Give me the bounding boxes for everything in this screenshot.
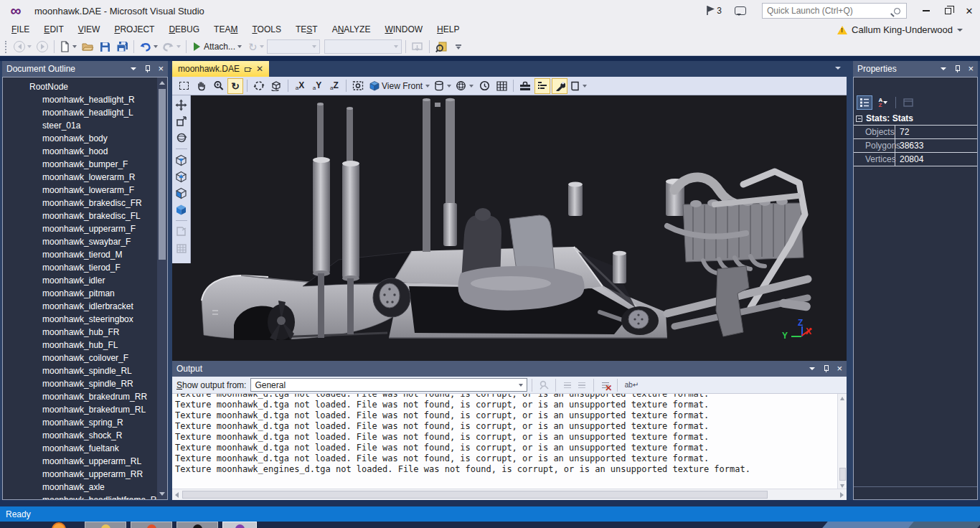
menu-view[interactable]: VIEW (71, 22, 108, 38)
attach-button[interactable]: Attach... (190, 39, 245, 55)
outline-item[interactable]: moonhawk_body (3, 132, 167, 145)
outline-item[interactable]: moonhawk_upperarm_RL (3, 455, 167, 468)
tab-pin-icon[interactable] (244, 65, 252, 73)
undo-button[interactable] (138, 39, 159, 55)
material-view-button[interactable] (569, 78, 588, 94)
outline-item[interactable]: moonhawk_spindle_RL (3, 364, 167, 377)
outline-item[interactable]: moonhawk_fueltank (3, 442, 167, 455)
history-button[interactable] (476, 78, 492, 94)
scrollbar-thumb[interactable] (182, 491, 768, 499)
axis-z-button[interactable]: aZ (326, 78, 342, 94)
pan-tool-button[interactable] (193, 78, 209, 94)
rotate-view-button[interactable] (251, 78, 267, 94)
taskbar-firefox-icon[interactable] (52, 522, 66, 528)
property-pages-button[interactable] (900, 95, 916, 110)
outline-item[interactable]: moonhawk_idler (3, 274, 167, 287)
menu-debug[interactable]: DEBUG (161, 22, 207, 38)
translate-tool-button[interactable] (174, 98, 189, 112)
taskbar-active-app-button[interactable] (222, 522, 257, 528)
taskbar-app-button[interactable] (131, 522, 172, 528)
scrollbar-thumb[interactable] (839, 468, 846, 481)
outline-item[interactable]: moonhawk_tierod_F (3, 261, 167, 274)
properties-toggle-button[interactable] (552, 78, 567, 94)
taskbar-app-button[interactable] (176, 522, 218, 528)
document-outline-toggle-button[interactable] (534, 78, 550, 94)
toolbar-grip[interactable] (5, 41, 9, 53)
pin-icon[interactable] (953, 65, 961, 73)
outline-root-node[interactable]: RootNode (3, 80, 167, 93)
select-tool-button[interactable] (176, 78, 192, 94)
goto-message-button[interactable] (537, 379, 551, 392)
toolbox-button[interactable] (517, 78, 533, 94)
scroll-down-icon[interactable] (840, 484, 844, 488)
menu-project[interactable]: PROJECT (107, 22, 161, 38)
edit-disabled-button[interactable] (174, 225, 189, 239)
property-row[interactable]: Objects72 (854, 126, 977, 139)
save-all-button[interactable] (114, 39, 130, 55)
property-value[interactable]: 20804 (895, 153, 977, 166)
menu-window[interactable]: WINDOW (377, 22, 430, 38)
property-value[interactable]: 38633 (895, 139, 977, 152)
pivot-mode-2-button[interactable] (174, 169, 189, 184)
outline-item[interactable]: moonhawk_upperarm_RR (3, 468, 167, 481)
orbit-tool-button[interactable]: ↻ (227, 78, 243, 94)
view-orientation-button[interactable]: View Front (367, 78, 431, 94)
quick-launch-box[interactable] (762, 3, 907, 19)
scrollbar-thumb[interactable] (159, 89, 166, 260)
close-button[interactable]: ✕ (958, 1, 980, 20)
axis-y-button[interactable]: aY (309, 78, 325, 94)
window-position-icon[interactable] (809, 367, 815, 370)
outline-item[interactable]: moonhawk_brakedrum_RR (3, 390, 167, 403)
deploy-button[interactable] (410, 39, 425, 55)
axis-x-button[interactable]: aX (292, 78, 308, 94)
navigate-back-button[interactable] (12, 39, 33, 55)
outline-item[interactable]: moonhawk_spindle_RR (3, 377, 167, 390)
grid-disabled-button[interactable] (174, 241, 189, 255)
property-row[interactable]: Vertices20804 (854, 153, 977, 166)
solid-mode-button[interactable] (433, 78, 453, 94)
outline-item[interactable]: moonhawk_steeringbox (3, 313, 167, 326)
outline-item[interactable]: moonhawk_bumper_F (3, 158, 167, 171)
close-icon[interactable]: × (837, 364, 842, 373)
pivot-mode-button[interactable] (174, 153, 189, 167)
property-row[interactable]: Polygons38633 (854, 139, 977, 153)
output-vscrollbar[interactable] (837, 394, 847, 491)
menu-tools[interactable]: TOOLS (245, 22, 288, 38)
outline-item[interactable]: moonhawk_hub_FL (3, 339, 167, 352)
world-local-button[interactable] (268, 78, 284, 94)
scale-tool-button[interactable] (174, 114, 189, 128)
outline-item[interactable]: moonhawk_pitman (3, 287, 167, 300)
scroll-up-icon[interactable] (159, 81, 165, 85)
scroll-right-icon[interactable] (840, 492, 844, 498)
grid-toggle-button[interactable] (494, 78, 509, 94)
scroll-down-icon[interactable] (159, 492, 165, 496)
document-outline-titlebar[interactable]: Document Outline × (2, 61, 168, 77)
menu-edit[interactable]: EDIT (37, 22, 70, 38)
scroll-left-icon[interactable] (175, 492, 179, 498)
pin-icon[interactable] (143, 65, 151, 73)
outline-item[interactable]: moonhawk_spring_R (3, 416, 167, 429)
account-menu[interactable]: Callum King-Underwood (837, 22, 963, 38)
outline-item[interactable]: moonhawk_headlight_R (3, 93, 167, 106)
outline-item[interactable]: moonhawk_shock_R (3, 429, 167, 442)
close-icon[interactable]: × (158, 65, 164, 73)
outline-scrollbar[interactable] (157, 77, 167, 499)
zoom-extents-button[interactable] (350, 78, 366, 94)
zoom-tool-button[interactable] (210, 78, 226, 94)
restore-button[interactable] (937, 1, 958, 20)
outline-item[interactable]: moonhawk_headlight_L (3, 106, 167, 119)
platform-combobox[interactable] (324, 39, 402, 54)
clear-all-button[interactable]: ✕ (598, 379, 613, 392)
output-hscrollbar[interactable] (172, 489, 847, 500)
quick-launch-input[interactable] (763, 6, 894, 16)
find-in-files-button[interactable] (433, 39, 449, 55)
outline-item[interactable]: moonhawk_swaybar_F (3, 235, 167, 248)
outline-item[interactable]: moonhawk_brakedisc_FR (3, 197, 167, 209)
menu-file[interactable]: FILE (4, 22, 37, 38)
output-titlebar[interactable]: Output × (172, 361, 847, 377)
menu-help[interactable]: HELP (430, 22, 466, 38)
notifications-button[interactable]: 3 (705, 6, 722, 16)
menu-test[interactable]: TEST (288, 22, 325, 38)
refresh-button[interactable]: ↻ (247, 39, 265, 55)
menu-analyze[interactable]: ANALYZE (325, 22, 378, 38)
